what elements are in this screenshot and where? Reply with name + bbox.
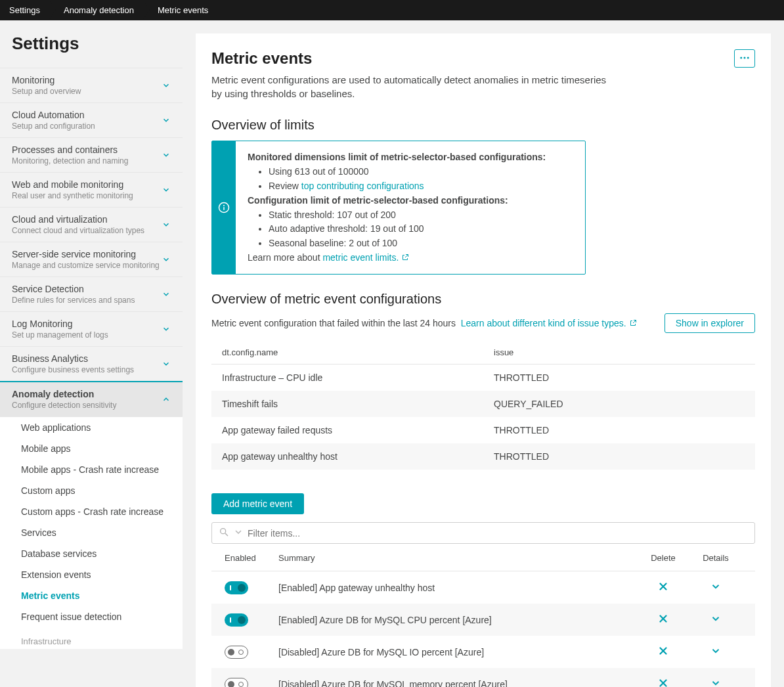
close-icon	[657, 677, 669, 687]
overview-heading: Overview of metric event configurations	[211, 292, 755, 307]
event-row: [Disabled] Azure DB for MySQL memory per…	[211, 668, 755, 687]
section-title: Cloud and virtualization	[12, 214, 144, 225]
sidebar-sub-item[interactable]: Mobile apps - Crash rate increase	[0, 459, 183, 480]
details-button[interactable]	[689, 677, 742, 687]
section-subtitle: Set up management of logs	[12, 330, 108, 340]
svg-point-4	[223, 205, 225, 206]
sidebar-section[interactable]: Cloud Automation Setup and configuration	[0, 102, 183, 138]
dropdown-icon	[233, 527, 244, 539]
event-summary: [Enabled] App gateway unhealthy host	[278, 583, 637, 593]
table-row[interactable]: Timeshift fails QUERY_FAILED	[211, 391, 755, 417]
sidebar-sub-item[interactable]: Services	[0, 522, 183, 543]
event-row: [Disabled] Azure DB for MySQL IO percent…	[211, 636, 755, 668]
table-row[interactable]: App gateway failed requsts THROTTLED	[211, 417, 755, 443]
svg-point-0	[740, 56, 742, 58]
sidebar-title: Settings	[0, 20, 183, 68]
filter-input[interactable]	[248, 528, 748, 539]
col-summary: Summary	[278, 553, 637, 563]
col-config-name: dt.config.name	[211, 341, 483, 365]
metric-event-limits-link[interactable]: metric event limits.	[322, 252, 409, 263]
limits-heading: Overview of limits	[211, 118, 755, 133]
sidebar-sub-item[interactable]: Database services	[0, 543, 183, 564]
sidebar-sub-item[interactable]: Web applications	[0, 417, 183, 438]
chevron-down-icon	[162, 290, 171, 299]
delete-button[interactable]	[637, 613, 689, 627]
section-title: Server-side service monitoring	[12, 249, 160, 259]
sidebar-section[interactable]: Cloud and virtualization Connect cloud a…	[0, 207, 183, 242]
svg-point-6	[221, 529, 226, 534]
limits-line2: Configuration limit of metric-selector-b…	[248, 195, 508, 206]
event-row: [Enabled] Azure DB for MySQL CPU percent…	[211, 604, 755, 636]
cell-issue: QUERY_FAILED	[483, 391, 755, 417]
details-button[interactable]	[689, 613, 742, 627]
breadcrumb-item-anomaly-detection[interactable]: Anomaly detection	[49, 0, 143, 20]
sidebar-sub-item[interactable]: Metric events	[0, 585, 183, 606]
enabled-toggle[interactable]	[225, 581, 248, 594]
section-subtitle: Configure detection sensitivity	[12, 401, 116, 410]
cell-issue: THROTTLED	[483, 365, 755, 391]
info-icon	[212, 141, 236, 274]
more-actions-button[interactable]	[734, 49, 755, 68]
enabled-toggle[interactable]	[225, 646, 248, 659]
enabled-toggle[interactable]	[225, 678, 248, 687]
chevron-down-icon	[162, 116, 171, 125]
sidebar-section[interactable]: Monitoring Setup and overview	[0, 68, 183, 103]
chevron-down-icon	[162, 324, 171, 334]
chevron-down-icon	[162, 150, 171, 160]
event-row: [Enabled] App gateway unhealthy host	[211, 571, 755, 604]
sidebar-section[interactable]: Business Analytics Configure business ev…	[0, 346, 183, 382]
learn-more-prefix: Learn more about	[248, 252, 322, 263]
col-enabled: Enabled	[225, 553, 278, 563]
svg-point-1	[744, 56, 746, 58]
col-delete: Delete	[637, 553, 689, 563]
limits-line1: Monitored dimensions limit of metric-sel…	[248, 152, 546, 162]
breadcrumb-item-metric-events[interactable]: Metric events	[143, 0, 217, 20]
sidebar-sub-item[interactable]: Mobile apps	[0, 438, 183, 459]
cell-config-name: Timeshift fails	[211, 391, 483, 417]
table-row[interactable]: App gateway unhealthy host THROTTLED	[211, 443, 755, 470]
chevron-down-icon	[710, 645, 722, 659]
delete-button[interactable]	[637, 645, 689, 659]
sidebar-section[interactable]: Processes and containers Monitoring, det…	[0, 137, 183, 173]
svg-point-2	[747, 56, 749, 58]
section-title: Anomaly detection	[12, 389, 116, 399]
sidebar-section[interactable]: Web and mobile monitoring Real user and …	[0, 172, 183, 208]
sidebar-section[interactable]: Anomaly detection Configure detection se…	[0, 381, 183, 417]
page-title: Metric events	[211, 49, 619, 68]
details-button[interactable]	[689, 581, 742, 594]
event-summary: [Disabled] Azure DB for MySQL memory per…	[278, 679, 637, 687]
learn-issue-types-link[interactable]: Learn about different kind of issue type…	[461, 318, 637, 328]
limits-bullet: Seasonal baseline: 2 out of 100	[269, 236, 546, 250]
chevron-down-icon	[710, 613, 722, 627]
enabled-toggle[interactable]	[225, 613, 248, 627]
delete-button[interactable]	[637, 677, 689, 687]
chevron-up-icon	[162, 395, 171, 404]
table-row[interactable]: Infrastructure – CPU idle THROTTLED	[211, 365, 755, 391]
sidebar-sub-item[interactable]: Extension events	[0, 564, 183, 585]
filter-box[interactable]	[211, 522, 755, 544]
sidebar-sub-item[interactable]: Custom apps - Crash rate increase	[0, 501, 183, 522]
limits-bullet: Using 613 out of 100000	[269, 165, 546, 178]
add-metric-event-button[interactable]: Add metric event	[211, 493, 304, 514]
chevron-down-icon	[162, 81, 171, 90]
sidebar-section[interactable]: Service Detection Define rules for servi…	[0, 277, 183, 312]
sidebar-sub-heading: Infrastructure	[0, 627, 183, 649]
details-button[interactable]	[689, 645, 742, 659]
top-contributing-link[interactable]: top contributing configurations	[301, 181, 424, 191]
sidebar-section[interactable]: Log Monitoring Set up management of logs	[0, 311, 183, 347]
sidebar-sub-item[interactable]: Frequent issue detection	[0, 606, 183, 627]
cell-config-name: App gateway unhealthy host	[211, 443, 483, 470]
close-icon	[657, 613, 669, 627]
cell-issue: THROTTLED	[483, 417, 755, 443]
sidebar-section[interactable]: Server-side service monitoring Manage an…	[0, 242, 183, 277]
close-icon	[657, 581, 669, 594]
chevron-down-icon	[710, 581, 722, 594]
section-title: Business Analytics	[12, 353, 134, 364]
sidebar-sub-item[interactable]: Custom apps	[0, 480, 183, 501]
breadcrumb-item-settings[interactable]: Settings	[0, 0, 49, 20]
show-in-explorer-button[interactable]: Show in explorer	[664, 313, 755, 333]
col-details: Details	[689, 553, 742, 563]
delete-button[interactable]	[637, 581, 689, 594]
limits-bullet: Static threshold: 107 out of 200	[269, 208, 546, 221]
event-summary: [Disabled] Azure DB for MySQL IO percent…	[278, 647, 637, 657]
